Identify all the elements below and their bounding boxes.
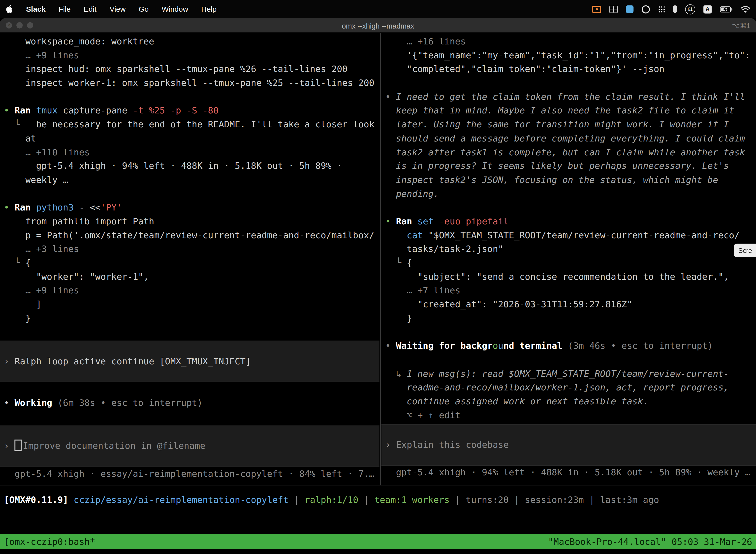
battery-percent-badge[interactable]: 61 xyxy=(685,3,695,15)
terminal-line: later. Using the same for transition mig… xyxy=(381,118,756,132)
window-title: omx --xhigh --madmax xyxy=(0,18,756,33)
terminal-line: readme-and-reco/mailbox/worker-1.json, a… xyxy=(381,381,756,395)
menu-item-help[interactable]: Help xyxy=(201,5,216,13)
pane-divider[interactable] xyxy=(380,33,381,485)
menu-item-window[interactable]: Window xyxy=(162,5,188,13)
text-segment: u xyxy=(498,341,504,351)
menu-item-edit[interactable]: Edit xyxy=(83,5,97,13)
key-icon[interactable] xyxy=(673,3,677,15)
terminal-pane-left[interactable]: workspace_mode: worktree … +9 lines insp… xyxy=(0,33,379,485)
terminal-line: task2 after task1 is complete, but can I… xyxy=(381,146,756,159)
terminal-line xyxy=(0,325,379,339)
text-segment: I need to get the claim token from the c… xyxy=(396,92,745,102)
menu-item-slack[interactable]: Slack xyxy=(26,5,46,13)
terminal-line xyxy=(381,76,756,90)
status-divider xyxy=(0,485,756,486)
terminal-line: "subject": "send a concise recommendatio… xyxy=(381,270,756,284)
text-segment: ] xyxy=(4,299,42,309)
terminal-line xyxy=(0,90,379,104)
text-segment: … +3 lines xyxy=(4,244,79,254)
tmux-status-bar: [omx-cczip0:bash* "MacBook-Pro-44.local"… xyxy=(0,534,756,549)
battery-icon[interactable] xyxy=(720,3,733,15)
input-source-icon[interactable]: A xyxy=(703,3,712,15)
text-segment: o xyxy=(493,341,498,351)
text-segment: ralph:1/10 xyxy=(305,494,359,505)
text-segment: Improve documentation in @filename xyxy=(23,441,205,451)
terminal-line xyxy=(381,325,756,339)
input-box[interactable]: › Explain this codebase xyxy=(381,424,756,466)
text-segment: 1 new msg(s): read $OMX_TEAM_STATE_ROOT/… xyxy=(407,368,729,379)
terminal-line: continue assigned work or next feasible … xyxy=(381,395,756,408)
terminal-line: weekly … xyxy=(0,173,379,187)
terminal-output-block: … +16 lines '{"team_name":"my-team","tas… xyxy=(381,35,756,422)
text-segment: • xyxy=(4,398,15,408)
window-shortcut-hint: ⌥⌘1 xyxy=(732,18,750,33)
input-box[interactable]: › Ralph loop active continue [OMX_TMUX_I… xyxy=(0,341,379,382)
app-menu-items: SlackFileEditViewGoWindowHelp xyxy=(26,5,216,13)
text-segment: › xyxy=(4,441,15,451)
text-segment: ⌥ + ↑ edit xyxy=(385,410,460,420)
menu-item-view[interactable]: View xyxy=(110,5,126,13)
text-segment: "subject": "send a concise recommendatio… xyxy=(385,272,729,282)
text-segment: ↳ xyxy=(385,368,407,379)
apple-icon[interactable] xyxy=(6,3,13,15)
text-segment: (6m 38s • esc to interrupt) xyxy=(58,398,203,408)
screen-recording-indicator-icon[interactable] xyxy=(592,3,601,15)
terminal-output-block: • Working (6m 38s • esc to interrupt) xyxy=(0,396,379,410)
text-segment: 'PY' xyxy=(101,202,122,213)
text-segment: be necessary for the end of the README. … xyxy=(25,119,374,129)
terminal-line: "completed","claim_token":"claim-token"}… xyxy=(381,62,756,76)
terminal-line: › Ralph loop active continue [OMX_TMUX_I… xyxy=(4,354,379,368)
text-segment: └ xyxy=(385,258,407,268)
text-segment: … +9 lines xyxy=(4,50,79,60)
wifi-icon[interactable] xyxy=(741,3,750,15)
terminal-pane-right[interactable]: … +16 lines '{"team_name":"my-team","tas… xyxy=(381,33,756,485)
text-cursor xyxy=(15,440,22,451)
dots-grid-icon[interactable] xyxy=(658,3,665,15)
text-segment: "$OMX_TEAM_STATE_ROOT/team/review-curren… xyxy=(428,230,740,240)
blue-app-icon[interactable] xyxy=(626,3,633,15)
input-box[interactable]: › Improve documentation in @filename xyxy=(0,426,379,467)
text-segment: gpt-5.4 xhigh · 94% left · 488K in · 5.1… xyxy=(4,161,342,171)
terminal-line: ⌥ + ↑ edit xyxy=(381,408,756,423)
text-segment: tmux xyxy=(36,106,63,116)
text-segment: { xyxy=(25,258,31,268)
terminal-line: › Explain this codebase xyxy=(385,438,756,452)
text-segment: set xyxy=(418,216,439,226)
window-title-bar: × omx --xhigh --madmax ⌥⌘1 xyxy=(0,18,756,33)
circle-app-icon[interactable] xyxy=(642,3,650,15)
text-segment: | xyxy=(289,494,305,505)
text-segment: { xyxy=(407,258,412,268)
terminal-line: └ be necessary for the end of the README… xyxy=(0,118,379,132)
text-segment: later. Using the same for transition mig… xyxy=(385,119,729,129)
terminal-line: … +3 lines xyxy=(0,242,379,256)
text-segment xyxy=(385,230,407,240)
terminal-line: should send a message before completing … xyxy=(381,131,756,146)
terminal-line xyxy=(381,201,756,215)
terminal-line: └ { xyxy=(381,256,756,270)
omx-status-line: [OMX#0.11.9] cczip/essay/ai-reimplementa… xyxy=(4,493,659,507)
text-segment: … +16 lines xyxy=(385,36,466,46)
terminal-line: inspect task2's JSON, focusing on the st… xyxy=(381,173,756,187)
terminal-line: … +16 lines xyxy=(381,35,756,49)
text-segment: python3 xyxy=(36,202,79,213)
terminal-line xyxy=(381,353,756,367)
grid-app-icon[interactable] xyxy=(610,3,618,15)
text-segment: capture-pane xyxy=(63,106,133,116)
menu-item-file[interactable]: File xyxy=(59,5,71,13)
text-segment: inspect_hud: omx sparkshell --tmux-pane … xyxy=(4,64,348,74)
screen-pill-overlay[interactable]: Scre xyxy=(734,244,756,257)
terminal-line: … +9 lines xyxy=(0,284,379,298)
menu-item-go[interactable]: Go xyxy=(139,5,148,13)
terminal-line: … +9 lines xyxy=(0,49,379,63)
terminal-line: } xyxy=(0,312,379,325)
terminal-line: • Working (6m 38s • esc to interrupt) xyxy=(0,396,379,410)
terminal-line: pending. xyxy=(381,187,756,201)
terminal-line: … +110 lines xyxy=(0,146,379,159)
terminal-line: from pathlib import Path xyxy=(0,215,379,229)
text-segment: "completed","claim_token":"claim-token"}… xyxy=(385,64,665,74)
text-segment: gpt-5.4 xhigh · 94% left · 488K in · 5.1… xyxy=(385,467,750,477)
text-segment: "created_at": "2026-03-31T11:59:27.816Z" xyxy=(385,299,632,309)
terminal-line: is in progress? It seems likely but perh… xyxy=(381,159,756,173)
terminal-line: › Improve documentation in @filename xyxy=(4,439,379,453)
